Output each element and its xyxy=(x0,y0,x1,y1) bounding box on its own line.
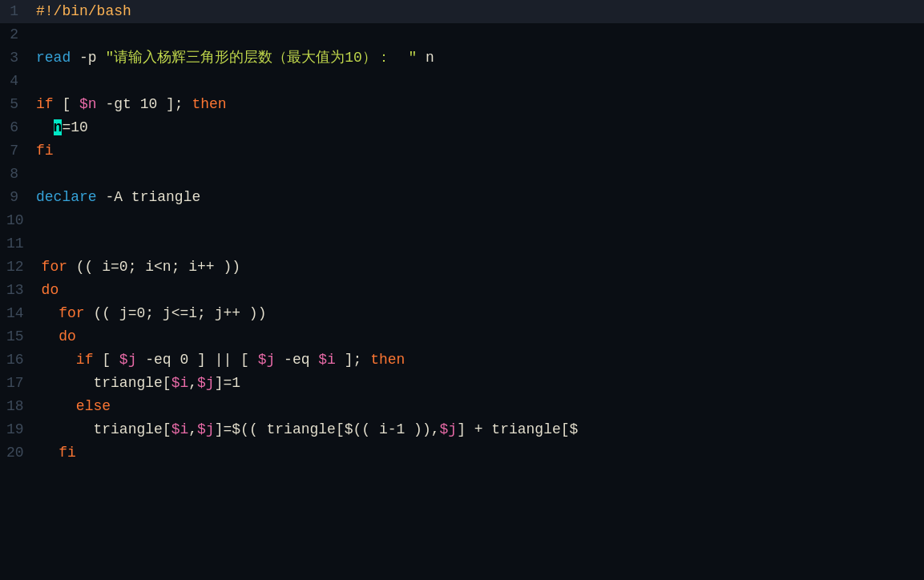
line-content: declare -A triangle xyxy=(28,186,924,209)
token: , xyxy=(188,375,197,391)
line-number: 2 xyxy=(0,23,28,46)
token: #!/bin/bash xyxy=(36,3,131,19)
code-editor: 1#!/bin/bash23read -p "请输入杨辉三角形的层数（最大值为1… xyxy=(0,0,924,580)
token: ]=1 xyxy=(215,375,240,391)
token: $i xyxy=(318,352,336,368)
code-line-20: 20 fi xyxy=(0,441,924,465)
line-number: 14 xyxy=(0,302,34,325)
token: $j xyxy=(197,375,215,391)
line-number: 10 xyxy=(0,209,34,232)
token: n xyxy=(417,50,434,66)
token: -eq 0 ] || [ xyxy=(136,352,257,368)
line-content: fi xyxy=(34,441,924,465)
code-line-9: 9declare -A triangle xyxy=(0,186,924,209)
code-line-13: 13do xyxy=(0,279,924,302)
token: $n xyxy=(79,96,97,112)
line-number: 9 xyxy=(0,186,28,209)
line-content: do xyxy=(34,279,924,302)
token xyxy=(42,352,76,368)
token: (( j=0; j<=i; j++ )) xyxy=(85,305,267,321)
token: $j xyxy=(197,421,215,437)
token: ]; xyxy=(157,96,192,112)
token: triangle[ xyxy=(42,375,171,391)
token: n xyxy=(54,119,63,135)
line-content: for (( j=0; j<=i; j++ )) xyxy=(34,302,924,325)
token: read xyxy=(36,50,71,66)
line-number: 18 xyxy=(0,395,34,418)
code-line-6: 6 n=10 xyxy=(0,116,924,139)
token: -gt xyxy=(97,96,140,112)
token: declare xyxy=(36,189,97,205)
token: -A xyxy=(97,189,131,205)
line-number: 1 xyxy=(0,0,28,23)
code-line-4: 4 xyxy=(0,70,924,93)
code-line-18: 18 else xyxy=(0,395,924,418)
line-number: 4 xyxy=(0,70,28,93)
token: , xyxy=(188,421,197,437)
line-number: 13 xyxy=(0,279,34,302)
token: $j xyxy=(258,352,276,368)
line-number: 3 xyxy=(0,46,28,70)
token: then xyxy=(192,96,226,112)
code-line-2: 2 xyxy=(0,23,924,46)
token: "请输入杨辉三角形的层数（最大值为10）： " xyxy=(105,50,417,66)
token: ]=$(( triangle[$(( i-1 )), xyxy=(215,421,440,437)
code-line-10: 10 xyxy=(0,209,924,232)
token: do xyxy=(42,328,76,344)
line-number: 16 xyxy=(0,348,34,372)
line-content: if [ $j -eq 0 ] || [ $j -eq $i ]; then xyxy=(34,348,924,372)
line-content: else xyxy=(34,395,924,418)
token: 10 xyxy=(140,96,158,112)
line-number: 15 xyxy=(0,325,34,348)
token: ] + triangle[$ xyxy=(457,421,578,437)
line-content: n=10 xyxy=(28,116,924,139)
line-content: fi xyxy=(28,139,924,163)
line-content: #!/bin/bash xyxy=(28,0,924,23)
code-line-14: 14 for (( j=0; j<=i; j++ )) xyxy=(0,302,924,325)
token: fi xyxy=(36,143,54,159)
token: $i xyxy=(171,421,189,437)
token: if xyxy=(76,352,94,368)
token: else xyxy=(76,398,111,414)
token: [ xyxy=(93,352,119,368)
token: then xyxy=(370,352,405,368)
code-line-16: 16 if [ $j -eq 0 ] || [ $j -eq $i ]; the… xyxy=(0,348,924,372)
token: (( i=0; i<n; i++ )) xyxy=(67,259,240,275)
token xyxy=(42,305,59,321)
code-line-1: 1#!/bin/bash xyxy=(0,0,924,23)
code-line-15: 15 do xyxy=(0,325,924,348)
line-number: 7 xyxy=(0,139,28,163)
token: -p xyxy=(71,50,105,66)
line-number: 8 xyxy=(0,163,28,186)
line-number: 12 xyxy=(0,256,34,279)
line-content: do xyxy=(34,325,924,348)
line-number: 17 xyxy=(0,372,34,395)
token: -eq xyxy=(275,352,318,368)
line-number: 11 xyxy=(0,232,34,256)
token: fi xyxy=(42,445,76,461)
code-line-7: 7fi xyxy=(0,139,924,163)
token: for xyxy=(59,305,84,321)
token: $j xyxy=(440,421,458,437)
code-line-5: 5if [ $n -gt 10 ]; then xyxy=(0,93,924,116)
line-number: 19 xyxy=(0,418,34,441)
line-number: 5 xyxy=(0,93,28,116)
token: ]; xyxy=(336,352,370,368)
code-line-12: 12for (( i=0; i<n; i++ )) xyxy=(0,256,924,279)
token: $j xyxy=(119,352,137,368)
line-content: for (( i=0; i<n; i++ )) xyxy=(34,256,924,279)
code-line-17: 17 triangle[$i,$j]=1 xyxy=(0,372,924,395)
code-line-11: 11 xyxy=(0,232,924,256)
token: triangle xyxy=(131,189,200,205)
token: $i xyxy=(171,375,189,391)
line-content: if [ $n -gt 10 ]; then xyxy=(28,93,924,116)
line-content: triangle[$i,$j]=$(( triangle[$(( i-1 )),… xyxy=(34,418,924,441)
line-number: 20 xyxy=(0,441,34,465)
token: [ xyxy=(54,96,79,112)
token: do xyxy=(42,282,59,298)
code-line-19: 19 triangle[$i,$j]=$(( triangle[$(( i-1 … xyxy=(0,418,924,441)
token xyxy=(36,119,54,135)
token xyxy=(42,398,76,414)
code-line-3: 3read -p "请输入杨辉三角形的层数（最大值为10）： " n xyxy=(0,46,924,70)
token: =10 xyxy=(62,119,87,135)
